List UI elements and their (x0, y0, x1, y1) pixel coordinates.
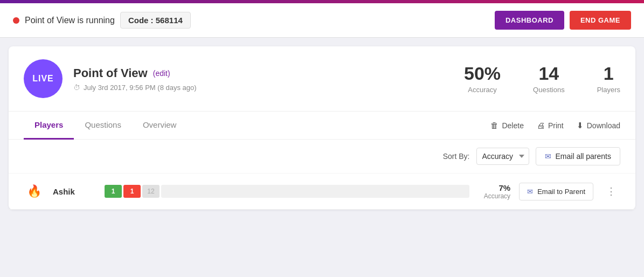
print-label: Print (548, 121, 564, 130)
live-badge: LIVE (24, 59, 63, 98)
player-accuracy: 7% Accuracy (478, 183, 510, 200)
code-value: 568114 (156, 16, 183, 25)
email-icon: ✉ (527, 188, 533, 196)
running-text: Point of View is running (25, 16, 115, 25)
game-title-row: Point of View (edit) (73, 66, 464, 80)
download-icon: ⬇ (577, 121, 584, 130)
accuracy-text: Accuracy (478, 192, 510, 200)
tabs-section: Players Questions Overview 🗑 Delete 🖨 Pr… (9, 112, 635, 140)
sort-select[interactable]: Accuracy Name Score (476, 148, 529, 165)
header-buttons: DASHBOARD END GAME (495, 11, 631, 30)
player-row: 🔥 Ashik 1 1 12 7% Accuracy ✉ Email to Pa… (9, 174, 635, 210)
incorrect-chip: 1 (123, 185, 141, 198)
code-prefix: Code : (128, 16, 156, 25)
email-parent-label: Email to Parent (537, 188, 585, 196)
stat-accuracy: 50% Accuracy (464, 64, 501, 94)
accuracy-value: 50% (464, 64, 501, 84)
questions-value: 14 (533, 64, 565, 84)
edit-link[interactable]: (edit) (153, 69, 170, 78)
tabs-right: 🗑 Delete 🖨 Print ⬇ Download (490, 121, 620, 130)
delete-action[interactable]: 🗑 Delete (490, 121, 523, 130)
game-date-text: July 3rd 2017, 9:56 PM (8 days ago) (84, 84, 197, 92)
player-name: Ashik (53, 187, 96, 196)
email-parent-button[interactable]: ✉ Email to Parent (519, 183, 593, 200)
stats-section: 50% Accuracy 14 Questions 1 Players (464, 64, 620, 94)
trash-icon: 🗑 (490, 121, 498, 130)
accuracy-percent: 7% (478, 183, 510, 192)
remaining-bar (161, 185, 469, 198)
more-options-icon[interactable]: ⋮ (602, 183, 620, 199)
game-date: ⏱ July 3rd 2017, 9:56 PM (8 days ago) (73, 84, 464, 92)
endgame-button[interactable]: END GAME (570, 11, 631, 30)
dashboard-button[interactable]: DASHBOARD (495, 11, 564, 30)
clock-icon: ⏱ (73, 84, 80, 92)
unanswered-chip: 12 (142, 185, 160, 198)
answer-bar: 1 1 12 (105, 185, 469, 198)
email-all-label: Email all parents (556, 152, 612, 161)
tab-overview[interactable]: Overview (132, 112, 188, 140)
email-all-button[interactable]: ✉ Email all parents (536, 147, 621, 165)
player-avatar: 🔥 (24, 181, 44, 202)
running-indicator: Point of View is running Code : 568114 (13, 12, 191, 29)
print-icon: 🖨 (537, 121, 545, 130)
envelope-icon: ✉ (545, 152, 551, 161)
stat-players: 1 Players (597, 64, 620, 94)
accuracy-label: Accuracy (464, 86, 501, 94)
questions-label: Questions (533, 86, 565, 94)
tab-questions[interactable]: Questions (74, 112, 132, 140)
sort-by-label: Sort By: (443, 152, 470, 161)
main-card: LIVE Point of View (edit) ⏱ July 3rd 201… (9, 46, 635, 210)
tabs-left: Players Questions Overview (24, 112, 187, 139)
stat-questions: 14 Questions (533, 64, 565, 94)
game-title: Point of View (73, 66, 148, 80)
running-dot (13, 17, 19, 24)
download-label: Download (587, 121, 620, 130)
tab-players[interactable]: Players (24, 112, 74, 140)
delete-label: Delete (502, 121, 523, 130)
correct-chip: 1 (105, 185, 122, 198)
header-section: Point of View is running Code : 568114 D… (0, 3, 644, 38)
players-label: Players (597, 86, 620, 94)
game-meta: Point of View (edit) ⏱ July 3rd 2017, 9:… (73, 66, 464, 92)
game-info: LIVE Point of View (edit) ⏱ July 3rd 201… (9, 46, 635, 112)
code-badge: Code : 568114 (120, 12, 191, 29)
sort-section: Sort By: Accuracy Name Score ✉ Email all… (9, 140, 635, 174)
players-value: 1 (597, 64, 620, 84)
download-action[interactable]: ⬇ Download (577, 121, 620, 130)
print-action[interactable]: 🖨 Print (537, 121, 564, 130)
